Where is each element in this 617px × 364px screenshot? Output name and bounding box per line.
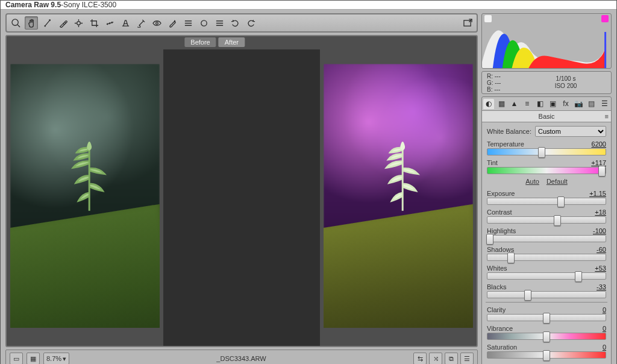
panel-menu-icon[interactable]: ≡ bbox=[605, 113, 609, 120]
before-tab[interactable]: Before bbox=[184, 37, 216, 47]
hand-tool[interactable] bbox=[25, 16, 38, 30]
effects-tab[interactable]: fx bbox=[560, 99, 571, 108]
shadows-value[interactable]: -60 bbox=[597, 246, 606, 253]
highlights-slider[interactable]: Highlights-100 bbox=[487, 227, 606, 242]
lens-corrections-tab[interactable]: ▣ bbox=[548, 99, 559, 108]
exposure-thumb[interactable] bbox=[557, 196, 565, 207]
clarity-label: Clarity bbox=[487, 306, 506, 313]
camera-model: Sony ILCE-3500 bbox=[63, 1, 116, 9]
basic-panel-header: Basic ≡ bbox=[482, 110, 611, 122]
temperature-label: Temperature bbox=[487, 140, 524, 148]
camera-calibration-tab[interactable]: 📷 bbox=[573, 99, 584, 108]
whites-thumb[interactable] bbox=[575, 271, 582, 282]
hsl-tab[interactable]: ≡ bbox=[522, 99, 533, 108]
contrast-value[interactable]: +18 bbox=[595, 209, 606, 216]
exposure-value[interactable]: +1.15 bbox=[589, 190, 606, 197]
vibrance-label: Vibrance bbox=[487, 325, 513, 332]
graduated-filter-tool[interactable] bbox=[181, 16, 195, 30]
filmstrip-toggle[interactable]: ▭ bbox=[10, 353, 23, 364]
copy-settings[interactable]: ⧉ bbox=[445, 353, 458, 364]
auto-link[interactable]: Auto bbox=[525, 178, 539, 185]
toggle-fullscreen[interactable] bbox=[461, 16, 474, 30]
saturation-thumb[interactable] bbox=[543, 350, 550, 361]
clarity-slider[interactable]: Clarity0 bbox=[487, 306, 606, 321]
highlights-thumb[interactable] bbox=[486, 234, 493, 245]
whites-label: Whites bbox=[487, 265, 507, 272]
saturation-value[interactable]: 0 bbox=[603, 344, 606, 351]
blacks-value[interactable]: -33 bbox=[597, 283, 606, 290]
readout-shutter: 1/100 s bbox=[521, 75, 611, 83]
tint-slider[interactable]: Tint+117 bbox=[487, 159, 606, 174]
highlights-value[interactable]: -100 bbox=[593, 227, 606, 234]
white-balance-tool[interactable] bbox=[40, 16, 54, 30]
white-balance-label: White Balance: bbox=[487, 128, 531, 135]
split-toning-tab[interactable]: ◧ bbox=[534, 99, 545, 108]
radial-filter-tool[interactable] bbox=[197, 16, 210, 30]
tint-thumb[interactable] bbox=[598, 166, 606, 177]
after-pane[interactable] bbox=[320, 49, 477, 346]
readout-iso: ISO 200 bbox=[521, 83, 611, 90]
vibrance-value[interactable]: 0 bbox=[603, 325, 606, 332]
exposure-slider[interactable]: Exposure+1.15 bbox=[487, 190, 606, 205]
shadows-slider[interactable]: Shadows-60 bbox=[487, 246, 606, 261]
rotate-ccw-tool[interactable] bbox=[228, 16, 242, 30]
swap-before-after[interactable]: ⤭ bbox=[429, 353, 442, 364]
basic-tab[interactable]: ◐ bbox=[483, 99, 494, 108]
clarity-value[interactable]: 0 bbox=[603, 306, 606, 313]
default-link[interactable]: Default bbox=[547, 178, 568, 185]
white-balance-select[interactable]: Custom bbox=[535, 126, 606, 137]
adjustment-brush-tool[interactable] bbox=[166, 16, 179, 30]
info-readout: R: --- G: --- B: --- 1/100 s ISO 200 bbox=[481, 71, 612, 94]
crop-tool[interactable] bbox=[87, 16, 101, 30]
svg-rect-1 bbox=[604, 32, 606, 68]
straighten-tool[interactable] bbox=[103, 16, 116, 30]
blacks-thumb[interactable] bbox=[524, 290, 531, 301]
preview-preferences[interactable]: ☰ bbox=[460, 353, 474, 364]
preferences-tool[interactable] bbox=[213, 16, 226, 30]
readout-b: B: --- bbox=[487, 86, 521, 93]
temperature-thumb[interactable] bbox=[538, 147, 545, 158]
contrast-slider[interactable]: Contrast+18 bbox=[487, 209, 606, 224]
blacks-slider[interactable]: Blacks-33 bbox=[487, 283, 606, 298]
blacks-label: Blacks bbox=[487, 283, 506, 290]
rotate-cw-tool[interactable] bbox=[244, 16, 257, 30]
saturation-label: Saturation bbox=[487, 344, 517, 351]
preview-area[interactable]: Before After bbox=[5, 35, 478, 347]
contrast-thumb[interactable] bbox=[554, 215, 561, 226]
color-sampler-tool[interactable] bbox=[56, 16, 69, 30]
tint-label: Tint bbox=[487, 159, 498, 166]
whites-slider[interactable]: Whites+53 bbox=[487, 265, 606, 280]
app-name: Camera Raw 9.5 bbox=[5, 1, 61, 9]
saturation-slider[interactable]: Saturation0 bbox=[487, 344, 606, 359]
spot-removal-tool[interactable] bbox=[134, 16, 148, 30]
panel-tab-strip: ◐▦▲≡◧▣fx📷▤☰ bbox=[482, 97, 611, 110]
preview-footer: ▭ ▦ 8.7% ▾ _DSC3343.ARW ⇆ ⤭ ⧉ ☰ bbox=[5, 350, 478, 364]
transform-tool[interactable] bbox=[119, 16, 132, 30]
detail-tab[interactable]: ▲ bbox=[509, 99, 519, 108]
vibrance-thumb[interactable] bbox=[543, 331, 550, 342]
contrast-label: Contrast bbox=[487, 209, 512, 216]
snapshots-tab[interactable]: ☰ bbox=[599, 99, 610, 108]
chevron-down-icon: ▾ bbox=[63, 355, 66, 363]
readout-g: G: --- bbox=[487, 80, 521, 86]
red-eye-tool[interactable] bbox=[150, 16, 163, 30]
temperature-slider[interactable]: Temperature6200 bbox=[487, 140, 606, 155]
temperature-value[interactable]: 6200 bbox=[592, 140, 606, 148]
before-after-mode[interactable]: ⇆ bbox=[413, 353, 427, 364]
zoom-tool[interactable] bbox=[9, 16, 22, 30]
presets-tab[interactable]: ▤ bbox=[586, 99, 597, 108]
exposure-label: Exposure bbox=[487, 190, 515, 197]
targeted-adjustment-tool[interactable] bbox=[72, 16, 85, 30]
after-tab[interactable]: After bbox=[219, 37, 245, 47]
clarity-thumb[interactable] bbox=[543, 313, 550, 324]
histogram[interactable] bbox=[481, 13, 612, 69]
tone-curve-tab[interactable]: ▦ bbox=[496, 99, 507, 108]
before-pane[interactable] bbox=[7, 49, 163, 346]
zoom-level[interactable]: 8.7% ▾ bbox=[43, 353, 69, 364]
vibrance-slider[interactable]: Vibrance0 bbox=[487, 325, 606, 340]
top-toolbar bbox=[5, 13, 478, 33]
title-bar: Camera Raw 9.5 - Sony ILCE-3500 bbox=[1, 1, 616, 10]
grid-toggle[interactable]: ▦ bbox=[27, 353, 40, 364]
shadows-thumb[interactable] bbox=[507, 253, 515, 263]
whites-value[interactable]: +53 bbox=[595, 265, 606, 272]
